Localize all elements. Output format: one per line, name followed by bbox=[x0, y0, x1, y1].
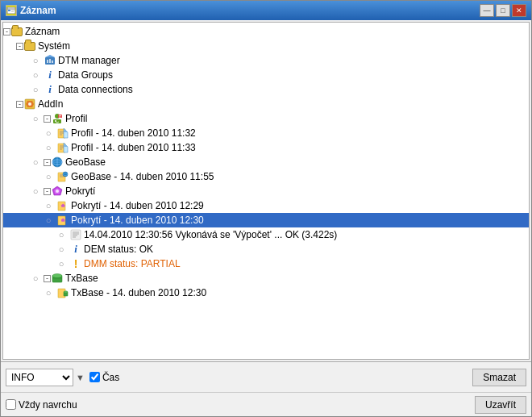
label-dtm: DTM manager bbox=[58, 55, 120, 66]
time-checkbox-label[interactable]: Čas bbox=[89, 372, 119, 383]
dtm-icon bbox=[44, 54, 56, 67]
tree-item-addin[interactable]: - AddIn bbox=[3, 97, 529, 111]
tree-item-profil[interactable]: ○ - Profil bbox=[3, 111, 529, 126]
svg-rect-4 bbox=[11, 11, 14, 12]
maximize-button[interactable]: □ bbox=[496, 4, 510, 17]
footer-panel: Vždy navrchu Uzavřít bbox=[1, 392, 531, 416]
time-checkbox[interactable] bbox=[89, 372, 100, 382]
svg-marker-24 bbox=[64, 128, 68, 132]
addin-icon bbox=[23, 98, 36, 111]
tree-item-datagroups[interactable]: ○ i Data Groups bbox=[3, 68, 529, 82]
label-dem: DEM status: OK bbox=[84, 244, 153, 255]
tree-container: - Záznam - Systém bbox=[3, 23, 529, 302]
svg-marker-30 bbox=[64, 143, 68, 147]
tree-item-system[interactable]: - Systém bbox=[3, 39, 529, 53]
minimize-button[interactable]: — bbox=[480, 4, 494, 17]
label-datagroups: Data Groups bbox=[58, 69, 113, 81]
svg-rect-3 bbox=[11, 10, 15, 10]
tree-item-txbase[interactable]: ○ - TxBase bbox=[3, 271, 529, 286]
dem-icon: i bbox=[69, 243, 82, 256]
profil1-icon bbox=[56, 127, 69, 140]
tree-item-dataconn[interactable]: ○ i Data connections bbox=[3, 82, 529, 97]
time-label: Čas bbox=[102, 372, 119, 383]
tree-item-profil2[interactable]: ○ Profil - 14. duben 2010 11:33 bbox=[3, 140, 529, 155]
vzdy-navrchu-checkbox[interactable] bbox=[6, 399, 16, 410]
expand-pokryti[interactable]: - bbox=[44, 188, 51, 195]
txbase1-icon bbox=[56, 286, 69, 299]
close-button[interactable]: ✕ bbox=[512, 4, 526, 17]
svg-marker-6 bbox=[45, 55, 55, 57]
label-pokryti1: Pokrytí - 14. duben 2010 12:29 bbox=[71, 200, 204, 211]
label-txbase1: TxBase - 14. duben 2010 12:30 bbox=[71, 287, 206, 298]
connector-txbase: ○ bbox=[29, 272, 42, 285]
title-bar-left: Záznam bbox=[6, 5, 56, 16]
label-addin: AddIn bbox=[38, 98, 63, 110]
geobase-icon bbox=[51, 156, 64, 169]
connector-dtm: ○ bbox=[29, 54, 42, 67]
svg-rect-9 bbox=[52, 60, 53, 63]
tree-item-pokryti1[interactable]: ○ Pokrytí - 14. duben 2010 12:29 bbox=[3, 198, 529, 213]
label-log1: 14.04.2010 12:30:56 Vykonává se 'Výpočet… bbox=[84, 229, 337, 240]
connector-datagroups: ○ bbox=[29, 69, 42, 81]
tree-item-log1[interactable]: ○ 14.04.2010 12:30:56 Vykonává se 'Výpoč… bbox=[3, 227, 529, 242]
tree-item-geobase[interactable]: ○ - GeoBase bbox=[3, 155, 529, 169]
connector-txbase1: ○ bbox=[42, 286, 55, 299]
profil-icon bbox=[51, 112, 64, 125]
vzdy-navrchu-label[interactable]: Vždy navrchu bbox=[6, 399, 77, 411]
pokryti2-icon bbox=[56, 214, 69, 227]
expand-addin[interactable]: - bbox=[16, 101, 23, 108]
tree-item-dem[interactable]: ○ i DEM status: OK bbox=[3, 242, 529, 256]
expand-txbase[interactable]: - bbox=[44, 275, 51, 282]
expand-system[interactable]: - bbox=[16, 43, 23, 50]
tree-item-profil1[interactable]: ○ Profil - 14. duben 2010 11:32 bbox=[3, 126, 529, 140]
folder-icon-zaznam bbox=[10, 25, 23, 38]
uzavrit-button[interactable]: Uzavřít bbox=[475, 396, 526, 414]
pokryti1-icon bbox=[56, 199, 69, 212]
expand-geobase[interactable]: - bbox=[44, 159, 51, 166]
svg-rect-2 bbox=[8, 10, 10, 11]
main-window: Záznam — □ ✕ - Záznam bbox=[0, 0, 532, 417]
window-title: Záznam bbox=[20, 5, 56, 16]
connector-dmm: ○ bbox=[55, 257, 68, 270]
connector-geobase1: ○ bbox=[42, 170, 55, 183]
tree-item-geobase1[interactable]: ○ GeoBase - 14. duben 2010 11:55 bbox=[3, 169, 529, 184]
label-dmm: DMM status: PARTIAL bbox=[84, 258, 181, 269]
svg-point-15 bbox=[55, 120, 56, 122]
connector-pokryti2: ○ bbox=[42, 214, 55, 227]
tree-item-zaznam[interactable]: - Záznam bbox=[3, 24, 529, 39]
log1-icon bbox=[69, 228, 82, 241]
svg-point-38 bbox=[63, 172, 68, 177]
connector-profil2: ○ bbox=[42, 141, 55, 154]
tree-item-dmm[interactable]: ○ ! DMM status: PARTIAL bbox=[3, 256, 529, 271]
pokryti-icon bbox=[51, 185, 64, 198]
svg-rect-8 bbox=[49, 59, 51, 63]
label-profil2: Profil - 14. duben 2010 11:33 bbox=[71, 142, 196, 153]
tree-item-txbase1[interactable]: ○ TxBase - 14. duben 2010 12:30 bbox=[3, 286, 529, 300]
svg-rect-47 bbox=[71, 230, 81, 240]
bottom-panel: INFO DEBUG WARNING ERROR ▼ Čas Smazat bbox=[1, 361, 531, 392]
vzdy-navrchu-text: Vždy navrchu bbox=[19, 399, 77, 411]
txbase-icon bbox=[51, 272, 64, 285]
label-pokryti: Pokrytí bbox=[65, 186, 95, 197]
svg-point-12 bbox=[28, 102, 31, 106]
connector-geobase: ○ bbox=[29, 156, 42, 169]
tree-panel[interactable]: - Záznam - Systém bbox=[2, 22, 530, 360]
smazat-button[interactable]: Smazat bbox=[472, 369, 526, 386]
tree-item-pokryti2[interactable]: ○ Pokrytí - 14. duben 2010 12:30 bbox=[3, 213, 529, 227]
expand-zaznam[interactable]: - bbox=[3, 28, 10, 35]
label-geobase: GeoBase bbox=[65, 156, 106, 168]
tree-item-pokryti[interactable]: ○ - Pokrytí bbox=[3, 184, 529, 198]
log-level-dropdown[interactable]: INFO DEBUG WARNING ERROR bbox=[6, 369, 73, 386]
connector-log1: ○ bbox=[55, 228, 68, 241]
folder-icon-system bbox=[23, 40, 36, 52]
svg-point-42 bbox=[56, 190, 59, 193]
title-bar: Záznam — □ ✕ bbox=[1, 1, 531, 20]
label-pokryti2: Pokrytí - 14. duben 2010 12:30 bbox=[71, 215, 204, 226]
geobase1-icon bbox=[56, 170, 69, 183]
tree-item-dtm[interactable]: ○ DTM manager bbox=[3, 53, 529, 68]
connector-dataconn: ○ bbox=[29, 83, 42, 96]
expand-profil[interactable]: - bbox=[44, 115, 51, 123]
connector-dem: ○ bbox=[55, 243, 68, 256]
info-icon-dataconn: i bbox=[44, 83, 56, 96]
connector-pokryti1: ○ bbox=[42, 199, 55, 212]
